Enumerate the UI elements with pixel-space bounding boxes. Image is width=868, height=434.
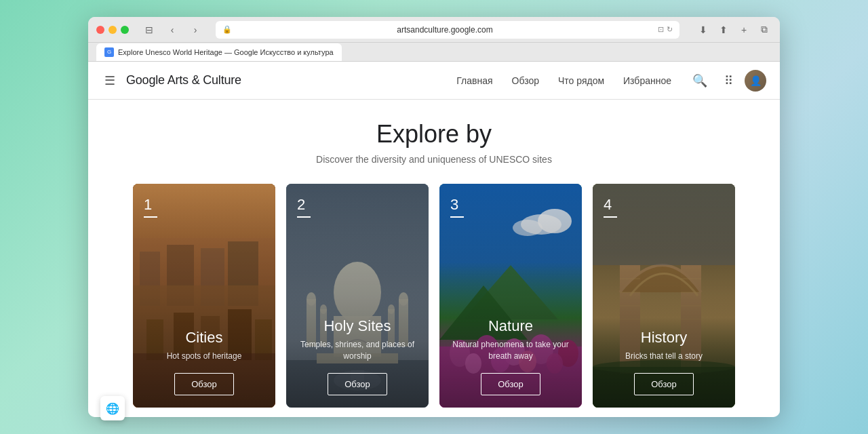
card-cities-content: 1 Cities Hot spots of heritage Обзор xyxy=(133,184,275,408)
tab-title: Explore Unesco World Heritage — Google И… xyxy=(118,48,334,56)
card-1-underline xyxy=(144,216,157,218)
forward-button[interactable]: › xyxy=(186,22,205,37)
traffic-lights xyxy=(96,26,129,34)
card-4-button[interactable]: Обзор xyxy=(634,373,694,395)
page-title: Explore by xyxy=(376,120,492,149)
address-bar[interactable]: 🔒 artsandculture.google.com ⊡ ↻ xyxy=(216,21,679,39)
sidebar-icon: ⊟ xyxy=(145,24,153,35)
search-button[interactable]: 🔍 xyxy=(688,68,712,93)
apps-button[interactable]: ⠿ xyxy=(716,68,741,93)
card-2-button[interactable]: Обзор xyxy=(328,373,387,395)
titlebar: ⊟ ‹ › 🔒 artsandculture.google.com ⊡ ↻ ⬇ … xyxy=(88,17,780,43)
card-2-title: Holy Sites xyxy=(297,317,418,335)
tabs-icon[interactable]: ⧉ xyxy=(757,22,772,37)
reader-icon: ⊡ xyxy=(658,25,664,34)
address-icons: ⊡ ↻ xyxy=(658,25,673,34)
tab-favicon: G xyxy=(104,47,114,57)
card-1-title: Cities xyxy=(144,329,264,347)
card-4-underline xyxy=(604,216,617,218)
url-text: artsandculture.google.com xyxy=(236,25,654,35)
card-nature-content: 3 Nature Natural phenomena to take your … xyxy=(439,184,582,408)
translate-widget[interactable]: 🌐 xyxy=(100,396,125,420)
back-icon: ‹ xyxy=(171,24,174,35)
card-nature[interactable]: 3 Nature Natural phenomena to take your … xyxy=(439,184,582,408)
card-4-number: 4 xyxy=(604,196,724,214)
nav-home[interactable]: Главная xyxy=(448,70,500,92)
back-button[interactable]: ‹ xyxy=(163,22,182,37)
active-tab[interactable]: G Explore Unesco World Heritage — Google… xyxy=(96,43,342,61)
card-3-description: Natural phenomena to take your breath aw… xyxy=(450,339,571,362)
card-2-description: Temples, shrines, and places of worship xyxy=(297,339,418,362)
maximize-button[interactable] xyxy=(121,26,129,34)
card-holy-sites[interactable]: 2 Holy Sites Temples, shrines, and place… xyxy=(286,184,429,408)
reload-icon[interactable]: ↻ xyxy=(667,25,673,34)
card-2-number: 2 xyxy=(297,196,418,214)
card-cities[interactable]: 1 Cities Hot spots of heritage Обзор xyxy=(133,184,275,408)
nav-browse[interactable]: Обзор xyxy=(504,70,547,92)
site-header: ☰ Google Arts & Culture Главная Обзор Чт… xyxy=(88,62,780,100)
browser-actions: ⬇ ⬆ + ⧉ xyxy=(696,22,772,37)
card-1-description: Hot spots of heritage xyxy=(144,351,264,362)
card-history[interactable]: 4 History Bricks that tell a story Обзор xyxy=(593,184,735,408)
download-icon[interactable]: ⬇ xyxy=(696,22,711,37)
new-tab-icon[interactable]: + xyxy=(736,22,751,37)
tab-bar: G Explore Unesco World Heritage — Google… xyxy=(88,43,780,62)
card-3-underline xyxy=(450,216,464,218)
sidebar-toggle[interactable]: ⊟ xyxy=(140,22,159,37)
forward-icon: › xyxy=(194,24,197,35)
card-4-title: History xyxy=(604,329,724,347)
minimize-button[interactable] xyxy=(108,26,117,34)
browser-window: ⊟ ‹ › 🔒 artsandculture.google.com ⊡ ↻ ⬇ … xyxy=(88,17,780,417)
nav-favorites[interactable]: Избранное xyxy=(615,70,679,92)
card-2-underline xyxy=(297,216,311,218)
card-4-description: Bricks that tell a story xyxy=(604,351,724,362)
nav-nearby[interactable]: Что рядом xyxy=(550,70,612,92)
card-3-number: 3 xyxy=(450,196,571,214)
user-avatar[interactable]: 👤 xyxy=(745,70,766,92)
page-content: ☰ Google Arts & Culture Главная Обзор Чт… xyxy=(88,62,780,417)
card-3-title: Nature xyxy=(450,317,571,335)
site-logo[interactable]: Google Arts & Culture xyxy=(126,73,241,87)
card-history-content: 4 History Bricks that tell a story Обзор xyxy=(593,184,735,408)
page-subtitle: Discover the diversity and uniqueness of… xyxy=(316,154,552,165)
cards-container: 1 Cities Hot spots of heritage Обзор xyxy=(102,184,766,408)
lock-icon: 🔒 xyxy=(222,25,232,34)
site-nav: Главная Обзор Что рядом Избранное 🔍 ⠿ 👤 xyxy=(448,68,766,93)
nav-icons: 🔍 ⠿ 👤 xyxy=(688,68,766,93)
card-1-number: 1 xyxy=(144,196,264,214)
translate-icon: 🌐 xyxy=(106,402,119,415)
card-1-button[interactable]: Обзор xyxy=(174,373,234,395)
card-3-button[interactable]: Обзор xyxy=(481,373,540,395)
main-content: Explore by Discover the diversity and un… xyxy=(88,100,780,417)
card-holy-content: 2 Holy Sites Temples, shrines, and place… xyxy=(286,184,429,408)
hamburger-icon[interactable]: ☰ xyxy=(102,71,118,91)
browser-controls: ⊟ ‹ › xyxy=(140,22,205,37)
close-button[interactable] xyxy=(96,26,104,34)
share-icon[interactable]: ⬆ xyxy=(716,22,731,37)
